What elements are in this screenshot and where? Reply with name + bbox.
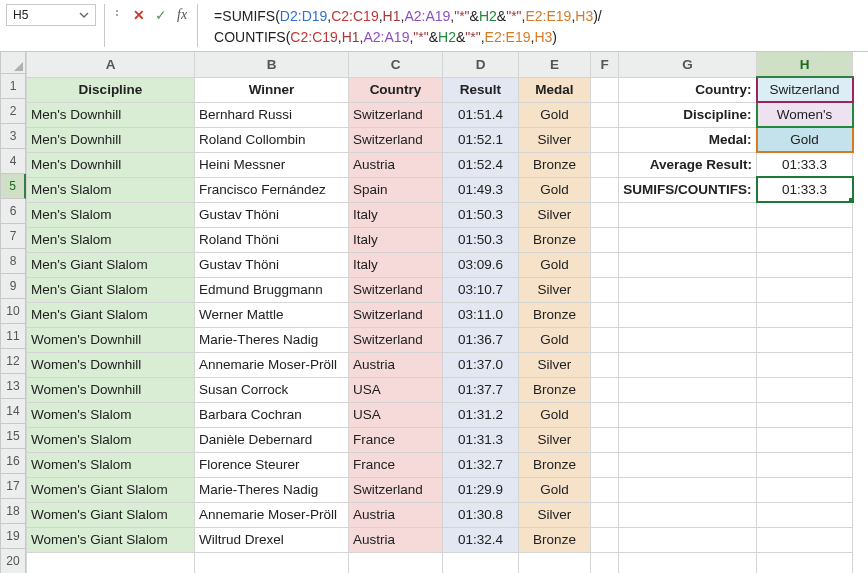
row-header-9[interactable]: 9 [0,274,26,299]
cell-B3[interactable]: Roland Collombin [195,127,349,152]
cell-A13[interactable]: Women's Downhill [27,377,195,402]
cell-C15[interactable]: France [349,427,443,452]
cell-E17[interactable]: Gold [519,477,591,502]
cell-G8[interactable] [619,252,757,277]
cell-C3[interactable]: Switzerland [349,127,443,152]
cell-B5[interactable]: Francisco Fernández [195,177,349,202]
cell-E5[interactable]: Gold [519,177,591,202]
cell-F19[interactable] [591,527,619,552]
name-box[interactable]: H5 [6,4,96,26]
cell-D14[interactable]: 01:31.2 [443,402,519,427]
row-header-18[interactable]: 18 [0,499,26,524]
cell-A3[interactable]: Men's Downhill [27,127,195,152]
cell-H16[interactable] [757,452,853,477]
cell-E4[interactable]: Bronze [519,152,591,177]
cell-B11[interactable]: Marie-Theres Nadig [195,327,349,352]
cell-A18[interactable]: Women's Giant Slalom [27,502,195,527]
cell-F16[interactable] [591,452,619,477]
cell-B6[interactable]: Gustav Thöni [195,202,349,227]
cell-A12[interactable]: Women's Downhill [27,352,195,377]
cell-G14[interactable] [619,402,757,427]
cell-F9[interactable] [591,277,619,302]
cell-H14[interactable] [757,402,853,427]
cell-A7[interactable]: Men's Slalom [27,227,195,252]
cell-C18[interactable]: Austria [349,502,443,527]
cell-B12[interactable]: Annemarie Moser-Pröll [195,352,349,377]
cell-A15[interactable]: Women's Slalom [27,427,195,452]
cell-H18[interactable] [757,502,853,527]
cell-C9[interactable]: Switzerland [349,277,443,302]
cell-F20[interactable] [591,552,619,573]
select-all-corner[interactable] [0,52,26,74]
cell-A6[interactable]: Men's Slalom [27,202,195,227]
cell-G5[interactable]: SUMIFS/COUNTIFS: [619,177,757,202]
cell-B20[interactable] [195,552,349,573]
row-header-5[interactable]: 5 [0,174,26,199]
cell-D9[interactable]: 03:10.7 [443,277,519,302]
cell-C20[interactable] [349,552,443,573]
cell-D8[interactable]: 03:09.6 [443,252,519,277]
cell-G17[interactable] [619,477,757,502]
cell-F4[interactable] [591,152,619,177]
cell-A16[interactable]: Women's Slalom [27,452,195,477]
cell-E10[interactable]: Bronze [519,302,591,327]
chevron-down-icon[interactable] [79,10,89,20]
row-header-16[interactable]: 16 [0,449,26,474]
cell-D2[interactable]: 01:51.4 [443,102,519,127]
cell-H2[interactable]: Women's [757,102,853,127]
row-header-7[interactable]: 7 [0,224,26,249]
cell-B9[interactable]: Edmund Bruggmann [195,277,349,302]
cell-B13[interactable]: Susan Corrock [195,377,349,402]
cell-C5[interactable]: Spain [349,177,443,202]
cell-E11[interactable]: Gold [519,327,591,352]
check-icon[interactable]: ✓ [155,8,167,22]
cell-H4[interactable]: 01:33.3 [757,152,853,177]
cell-H17[interactable] [757,477,853,502]
cell-F14[interactable] [591,402,619,427]
cell-C12[interactable]: Austria [349,352,443,377]
cell-C8[interactable]: Italy [349,252,443,277]
cell-F11[interactable] [591,327,619,352]
cell-D5[interactable]: 01:49.3 [443,177,519,202]
cell-A17[interactable]: Women's Giant Slalom [27,477,195,502]
cell-F18[interactable] [591,502,619,527]
cell-C7[interactable]: Italy [349,227,443,252]
cell-C16[interactable]: France [349,452,443,477]
cell-F8[interactable] [591,252,619,277]
cell-B1[interactable]: Winner [195,77,349,102]
column-header-F[interactable]: F [591,52,619,77]
cell-H6[interactable] [757,202,853,227]
column-header-D[interactable]: D [443,52,519,77]
cell-C19[interactable]: Austria [349,527,443,552]
cell-C4[interactable]: Austria [349,152,443,177]
cell-A19[interactable]: Women's Giant Slalom [27,527,195,552]
formula-input[interactable]: =SUMIFS(D2:D19,C2:C19,H1,A2:A19,"*"&H2&"… [206,4,862,50]
cell-D11[interactable]: 01:36.7 [443,327,519,352]
cell-D18[interactable]: 01:30.8 [443,502,519,527]
cell-G10[interactable] [619,302,757,327]
cell-A20[interactable] [27,552,195,573]
cell-H1[interactable]: Switzerland [757,77,853,102]
row-header-2[interactable]: 2 [0,99,26,124]
cell-H13[interactable] [757,377,853,402]
row-header-17[interactable]: 17 [0,474,26,499]
cell-G2[interactable]: Discipline: [619,102,757,127]
sheet-table[interactable]: ABCDEFGH DisciplineWinnerCountryResultMe… [26,52,854,573]
cell-B4[interactable]: Heini Messner [195,152,349,177]
cell-D7[interactable]: 01:50.3 [443,227,519,252]
cell-E2[interactable]: Gold [519,102,591,127]
cell-D13[interactable]: 01:37.7 [443,377,519,402]
cell-G20[interactable] [619,552,757,573]
cell-F13[interactable] [591,377,619,402]
cell-H5[interactable]: 01:33.3 [757,177,853,202]
cell-B2[interactable]: Bernhard Russi [195,102,349,127]
cell-H3[interactable]: Gold [757,127,853,152]
fx-icon[interactable]: fx [177,8,187,22]
cell-E12[interactable]: Silver [519,352,591,377]
cell-F15[interactable] [591,427,619,452]
cell-H19[interactable] [757,527,853,552]
cell-B10[interactable]: Werner Mattle [195,302,349,327]
cell-A8[interactable]: Men's Giant Slalom [27,252,195,277]
cell-E1[interactable]: Medal [519,77,591,102]
cancel-icon[interactable]: ✕ [133,8,145,22]
